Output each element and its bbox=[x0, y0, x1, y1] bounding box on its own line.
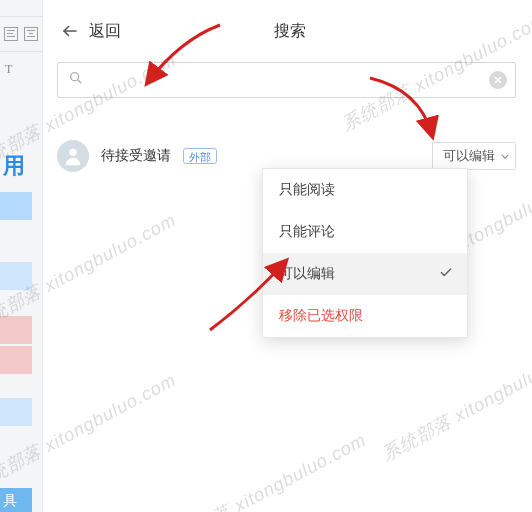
permission-current-label: 可以编辑 bbox=[443, 147, 495, 165]
bg-stripe bbox=[0, 398, 32, 426]
dropdown-item-label: 只能阅读 bbox=[279, 181, 335, 199]
bg-toolbar-row bbox=[0, 16, 42, 52]
back-label: 返回 bbox=[89, 21, 121, 42]
search-container bbox=[43, 62, 530, 110]
dropdown-item-comment[interactable]: 只能评论 bbox=[263, 211, 467, 253]
permission-dropdown-button[interactable]: 可以编辑 bbox=[432, 142, 516, 170]
dropdown-item-label: 移除已选权限 bbox=[279, 307, 363, 325]
search-box[interactable] bbox=[57, 62, 516, 98]
panel-title: 搜索 bbox=[121, 21, 458, 42]
bg-stripe bbox=[0, 192, 32, 220]
svg-point-1 bbox=[71, 73, 79, 81]
align2-icon bbox=[24, 27, 38, 41]
dropdown-item-label: 可以编辑 bbox=[279, 265, 335, 283]
dropdown-item-remove[interactable]: 移除已选权限 bbox=[263, 295, 467, 337]
check-icon bbox=[439, 266, 453, 283]
text-icon: T bbox=[5, 62, 19, 76]
bg-stripe bbox=[0, 316, 32, 344]
dropdown-item-label: 只能评论 bbox=[279, 223, 335, 241]
bg-stripe bbox=[0, 346, 32, 374]
arrow-left-icon bbox=[61, 22, 79, 40]
svg-line-2 bbox=[78, 80, 82, 84]
svg-point-5 bbox=[69, 149, 76, 156]
bg-footer: 具 bbox=[0, 488, 32, 512]
dropdown-item-edit[interactable]: 可以编辑 bbox=[263, 253, 467, 295]
chevron-down-icon bbox=[501, 149, 509, 164]
panel-header: 返回 搜索 bbox=[43, 0, 530, 62]
user-name: 待接受邀请 bbox=[101, 147, 171, 165]
search-icon bbox=[68, 70, 84, 90]
dropdown-item-read[interactable]: 只能阅读 bbox=[263, 169, 467, 211]
bg-stripe bbox=[0, 262, 32, 290]
external-tag: 外部 bbox=[183, 148, 217, 164]
search-input[interactable] bbox=[92, 63, 479, 97]
avatar bbox=[57, 140, 89, 172]
clear-button[interactable] bbox=[489, 71, 507, 89]
align-icon bbox=[4, 27, 18, 41]
bg-title: 用 bbox=[3, 151, 25, 181]
back-button[interactable]: 返回 bbox=[61, 21, 121, 42]
permission-dropdown: 只能阅读 只能评论 可以编辑 移除已选权限 bbox=[262, 168, 468, 338]
